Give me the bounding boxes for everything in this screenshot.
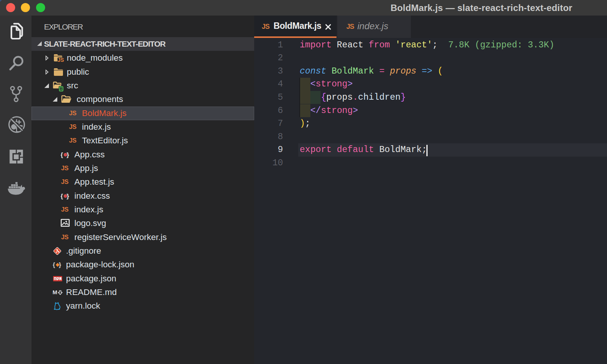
svg-text:{: { <box>61 151 63 158</box>
svg-text:JS: JS <box>61 206 69 212</box>
svg-text:JS: JS <box>69 123 77 130</box>
svg-text:JS: JS <box>69 137 77 144</box>
svg-text:JS: JS <box>69 109 77 116</box>
svg-text:JS: JS <box>61 178 69 185</box>
svg-text:{: { <box>53 262 55 268</box>
svg-text:JS: JS <box>61 164 69 171</box>
svg-text:JS: JS <box>57 57 64 63</box>
svg-text:M: M <box>53 289 57 295</box>
svg-text:JS: JS <box>61 233 69 240</box>
svg-text:{: { <box>61 192 63 199</box>
